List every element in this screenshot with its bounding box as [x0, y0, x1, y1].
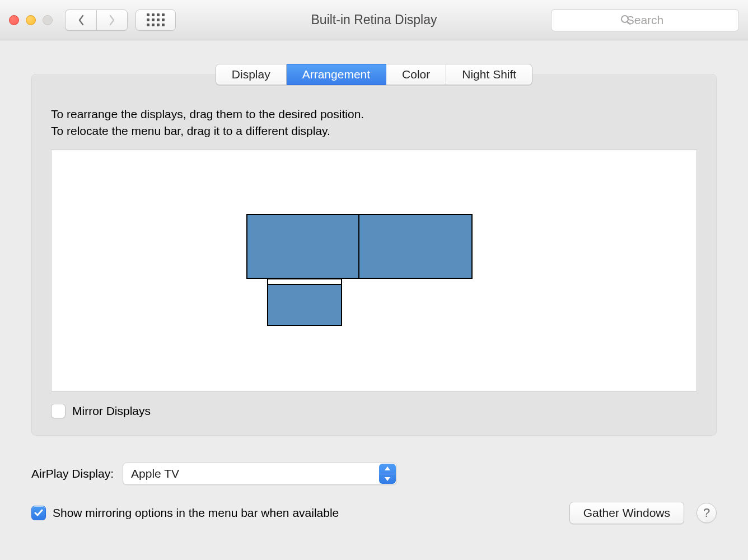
grid-icon	[147, 13, 165, 26]
display-2[interactable]	[358, 214, 473, 279]
traffic-lights	[9, 15, 53, 25]
tab-night-shift[interactable]: Night Shift	[446, 64, 532, 85]
search-input[interactable]	[551, 9, 739, 31]
tab-bar: Display Arrangement Color Night Shift	[216, 64, 532, 85]
search-field-wrap	[551, 9, 739, 31]
tab-color[interactable]: Color	[386, 64, 446, 85]
mirror-displays-checkbox[interactable]	[51, 404, 66, 418]
window-titlebar: Built-in Retina Display	[0, 0, 748, 40]
forward-button	[96, 10, 128, 31]
show-mirroring-checkbox[interactable]	[31, 506, 46, 520]
display-3[interactable]	[267, 278, 342, 326]
help-button[interactable]: ?	[696, 503, 717, 523]
close-window-button[interactable]	[9, 15, 19, 25]
airplay-display-select[interactable]: Apple TV	[123, 463, 397, 485]
arrangement-canvas[interactable]	[51, 150, 697, 391]
select-stepper-icon[interactable]	[379, 464, 396, 484]
display-1[interactable]	[246, 214, 359, 279]
airplay-label: AirPlay Display:	[31, 467, 114, 480]
content-area: Display Arrangement Color Night Shift To…	[0, 40, 748, 447]
menu-bar-indicator[interactable]	[268, 279, 341, 285]
zoom-window-button	[43, 15, 53, 25]
gather-windows-button[interactable]: Gather Windows	[569, 502, 684, 524]
show-mirroring-label: Show mirroring options in the menu bar w…	[53, 506, 339, 520]
instruction-line-1: To rearrange the displays, drag them to …	[51, 106, 697, 123]
show-mirroring-row: Show mirroring options in the menu bar w…	[31, 506, 339, 520]
airplay-select-wrap: Apple TV	[123, 463, 397, 485]
mirror-displays-row: Mirror Displays	[51, 404, 697, 418]
instruction-line-2: To relocate the menu bar, drag it to a d…	[51, 123, 697, 139]
back-button[interactable]	[65, 10, 96, 31]
arrangement-panel: To rearrange the displays, drag them to …	[31, 74, 717, 436]
minimize-window-button[interactable]	[26, 15, 36, 25]
tab-display[interactable]: Display	[216, 64, 287, 85]
show-all-prefs-button[interactable]	[135, 10, 176, 31]
nav-group	[65, 10, 128, 31]
instructions: To rearrange the displays, drag them to …	[51, 106, 697, 139]
lower-controls: AirPlay Display: Apple TV Show mirroring…	[0, 447, 748, 524]
mirror-displays-label: Mirror Displays	[72, 404, 151, 418]
tab-arrangement[interactable]: Arrangement	[287, 64, 386, 85]
